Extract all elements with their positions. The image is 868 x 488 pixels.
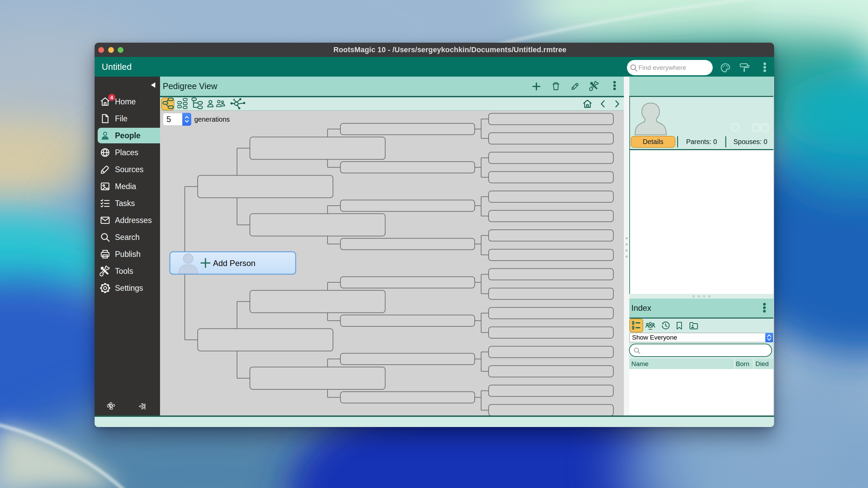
svg-text:Add Person: Add Person [213,259,255,268]
